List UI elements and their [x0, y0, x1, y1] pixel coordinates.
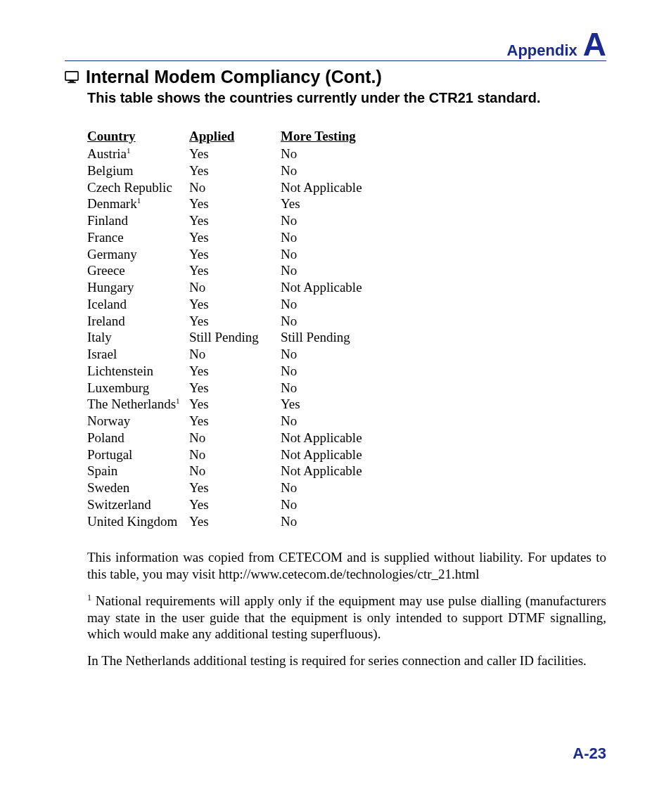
table-row: SwedenYesNo [87, 479, 421, 496]
cell-country: Finland [87, 212, 189, 229]
cell-more-testing: No [281, 212, 421, 229]
cell-country: Czech Republic [87, 179, 189, 196]
cell-more-testing: No [281, 363, 421, 380]
cell-more-testing: No [281, 346, 421, 363]
appendix-letter: A [583, 28, 606, 60]
page-number: A-23 [573, 745, 606, 763]
cell-applied: Yes [189, 396, 281, 413]
cell-country: France [87, 229, 189, 246]
table-row: Austria1YesNo [87, 146, 421, 162]
cell-country: Israel [87, 346, 189, 363]
table-row: Czech RepublicNoNot Applicable [87, 179, 421, 196]
table-row: PortugalNoNot Applicable [87, 446, 421, 463]
cell-applied: Yes [189, 496, 281, 513]
cell-applied: No [189, 346, 281, 363]
cell-more-testing: No [281, 413, 421, 430]
cell-country: Greece [87, 262, 189, 279]
cell-applied: Yes [189, 513, 281, 530]
table-row: United KingdomYesNo [87, 513, 421, 530]
cell-country: United Kingdom [87, 513, 189, 530]
monitor-icon [65, 71, 79, 84]
cell-country: Portugal [87, 446, 189, 463]
section-title: Internal Modem Compliancy (Cont.) [86, 67, 382, 87]
cell-country: Austria1 [87, 146, 189, 162]
cell-more-testing: No [281, 513, 421, 530]
cell-applied: Yes [189, 195, 281, 212]
cell-applied: No [189, 463, 281, 479]
th-country: Country [87, 129, 189, 146]
footnote-text: National requirements will apply only if… [87, 593, 606, 642]
table-row: GreeceYesNo [87, 262, 421, 279]
th-applied: Applied [189, 129, 281, 146]
section-title-row: Internal Modem Compliancy (Cont.) [65, 67, 606, 87]
cell-applied: Yes [189, 246, 281, 263]
cell-more-testing: No [281, 296, 421, 313]
cell-more-testing: No [281, 262, 421, 279]
cell-applied: No [189, 179, 281, 196]
section-subtitle: This table shows the countries currently… [87, 90, 606, 106]
cell-country: Luxemburg [87, 380, 189, 397]
table-row: FinlandYesNo [87, 212, 421, 229]
cell-more-testing: Not Applicable [281, 279, 421, 296]
footnote-paragraph: 1 National requirements will apply only … [87, 593, 606, 643]
cell-country: Norway [87, 413, 189, 430]
cell-applied: Still Pending [189, 329, 281, 346]
table-row: Denmark1YesYes [87, 195, 421, 212]
cell-applied: Yes [189, 380, 281, 397]
table-row: SwitzerlandYesNo [87, 496, 421, 513]
cell-applied: Yes [189, 479, 281, 496]
cell-more-testing: No [281, 496, 421, 513]
table-row: The Netherlands1YesYes [87, 396, 421, 413]
svg-rect-1 [70, 80, 75, 82]
netherlands-paragraph: In The Netherlands additional testing is… [87, 652, 606, 669]
cell-country: Iceland [87, 296, 189, 313]
cell-country: Italy [87, 329, 189, 346]
cell-more-testing: No [281, 146, 421, 162]
svg-rect-2 [68, 82, 75, 83]
cell-more-testing: No [281, 313, 421, 330]
cell-applied: Yes [189, 296, 281, 313]
cell-country: Germany [87, 246, 189, 263]
cell-country: Spain [87, 463, 189, 479]
table-row: IsraelNoNo [87, 346, 421, 363]
cell-applied: Yes [189, 413, 281, 430]
cell-country: Poland [87, 430, 189, 446]
cell-country: Belgium [87, 162, 189, 179]
cell-country: Switzerland [87, 496, 189, 513]
info-paragraph: This information was copied from CETECOM… [87, 549, 606, 583]
cell-country: Hungary [87, 279, 189, 296]
table-row: ItalyStill PendingStill Pending [87, 329, 421, 346]
cell-more-testing: No [281, 380, 421, 397]
cell-more-testing: Not Applicable [281, 463, 421, 479]
cell-more-testing: Yes [281, 195, 421, 212]
cell-country: Ireland [87, 313, 189, 330]
table-row: LichtensteinYesNo [87, 363, 421, 380]
cell-applied: Yes [189, 313, 281, 330]
cell-applied: Yes [189, 229, 281, 246]
table-row: IrelandYesNo [87, 313, 421, 330]
table-row: GermanyYesNo [87, 246, 421, 263]
cell-country: The Netherlands1 [87, 396, 189, 413]
table-row: FranceYesNo [87, 229, 421, 246]
cell-more-testing: No [281, 479, 421, 496]
table-row: NorwayYesNo [87, 413, 421, 430]
cell-more-testing: Yes [281, 396, 421, 413]
svg-rect-0 [65, 71, 78, 79]
table-row: IcelandYesNo [87, 296, 421, 313]
cell-applied: No [189, 430, 281, 446]
table-row: HungaryNoNot Applicable [87, 279, 421, 296]
table-row: PolandNoNot Applicable [87, 430, 421, 446]
cell-country: Lichtenstein [87, 363, 189, 380]
cell-applied: Yes [189, 212, 281, 229]
table-row: BelgiumYesNo [87, 162, 421, 179]
cell-country: Sweden [87, 479, 189, 496]
cell-more-testing: No [281, 229, 421, 246]
compliance-table: Country Applied More Testing Austria1Yes… [87, 129, 421, 529]
cell-more-testing: Not Applicable [281, 179, 421, 196]
cell-more-testing: Still Pending [281, 329, 421, 346]
cell-more-testing: No [281, 246, 421, 263]
th-more-testing: More Testing [281, 129, 421, 146]
cell-applied: Yes [189, 363, 281, 380]
appendix-header: Appendix A [65, 28, 606, 61]
cell-applied: No [189, 446, 281, 463]
